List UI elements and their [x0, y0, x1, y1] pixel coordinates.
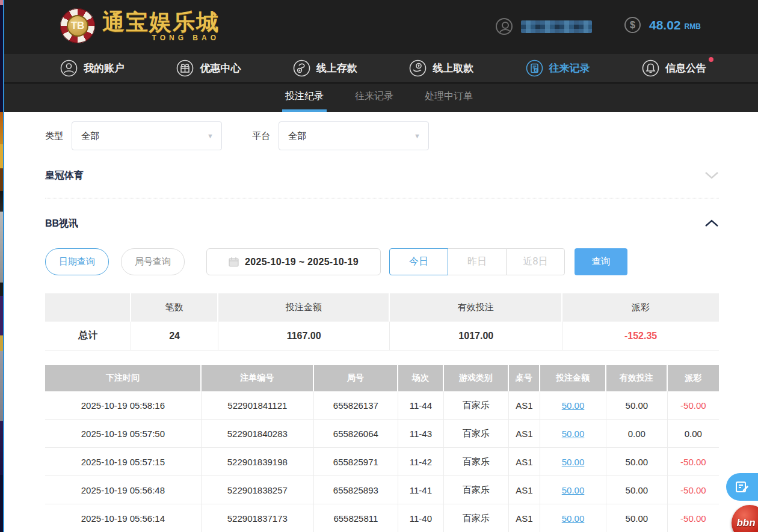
- nav-item-transaction-records[interactable]: 往来记录: [526, 60, 590, 77]
- nav-item-my-account[interactable]: 我的账户: [60, 60, 125, 77]
- order-number-cell: 522901841121: [202, 391, 314, 419]
- calendar-icon: [229, 257, 239, 267]
- records-header-table-number: 桌号: [509, 365, 541, 391]
- platform-select[interactable]: 全部 ▼: [279, 121, 429, 150]
- records-tbody: 2025-10-19 05:58:16522901841121655826137…: [45, 391, 719, 532]
- content-area: 类型 全部 ▼ 平台 全部 ▼ 皇冠体育 BB视讯 日期查询 局号查询 20: [0, 112, 758, 532]
- records-header-game-type: 游戏类别: [444, 365, 509, 391]
- balance-currency: RMB: [685, 22, 701, 31]
- site-logo[interactable]: TB 通宝娱乐城 TONG BAO: [60, 8, 220, 43]
- payout-cell: -50.00: [668, 448, 719, 475]
- session-cell: 11-44: [398, 391, 444, 419]
- tab-transaction-records[interactable]: 往来记录: [352, 84, 396, 112]
- records-table: 下注时间注单编号局号场次游戏类别桌号投注金额有效投注派彩 2025-10-19 …: [45, 365, 719, 532]
- bet-amount-link[interactable]: 50.00: [562, 485, 585, 495]
- platform-filter-label: 平台: [252, 130, 270, 142]
- balance-amount: 48.02: [649, 18, 681, 32]
- summary-total-row: 总计 24 1167.00 1017.00 -152.35: [45, 322, 719, 350]
- nav-item-announcements[interactable]: 信息公告: [642, 60, 706, 77]
- summary-count-value: 24: [131, 322, 218, 350]
- summary-header-blank: [45, 293, 131, 322]
- user-area[interactable]: [496, 18, 592, 35]
- date-query-button[interactable]: 日期查询: [45, 248, 109, 275]
- nav-item-deposit[interactable]: 线上存款: [293, 60, 357, 77]
- chevron-down-icon: ▼: [207, 132, 214, 139]
- section-crown-sports[interactable]: 皇冠体育: [45, 170, 719, 182]
- table-number-cell: AS1: [509, 476, 541, 504]
- valid-bet-cell: 0.00: [606, 420, 668, 447]
- summary-header-payout: 派彩: [562, 293, 719, 322]
- order-number-cell: 522901839198: [202, 448, 314, 475]
- summary-valid-bet-value: 1017.00: [390, 322, 562, 350]
- summary-header-count: 笔数: [131, 293, 218, 322]
- payout-cell: 0.00: [668, 420, 719, 447]
- chevron-down-icon[interactable]: [704, 171, 719, 182]
- payout-cell: -50.00: [668, 476, 719, 504]
- records-header-payout: 派彩: [668, 365, 719, 391]
- game-type-cell: 百家乐: [444, 420, 509, 447]
- records-header-row: 下注时间注单编号局号场次游戏类别桌号投注金额有效投注派彩: [45, 365, 719, 391]
- withdraw-icon: [409, 60, 427, 77]
- tab-bet-records[interactable]: 投注纪录: [282, 84, 327, 112]
- tab-pending-orders[interactable]: 处理中订单: [422, 84, 476, 112]
- records-header-valid-bet: 有效投注: [606, 365, 668, 391]
- records-icon: [526, 60, 543, 77]
- search-button[interactable]: 查询: [575, 248, 627, 275]
- section-title: BB视讯: [45, 218, 78, 230]
- records-header-order-number: 注单编号: [202, 365, 314, 391]
- bet-amount-cell: 50.00: [540, 391, 606, 419]
- nav-item-promotions[interactable]: 优惠中心: [176, 60, 241, 77]
- table-row: 2025-10-19 05:58:16522901841121655826137…: [45, 391, 719, 420]
- today-button[interactable]: 今日: [389, 248, 448, 275]
- summary-header-row: 笔数 投注金额 有效投注 派彩: [45, 293, 719, 322]
- game-type-cell: 百家乐: [444, 476, 509, 504]
- section-bb-live[interactable]: BB视讯: [45, 218, 719, 230]
- records-header-bet-amount: 投注金额: [540, 365, 606, 391]
- avatar-icon: [496, 18, 513, 35]
- order-number-cell: 522901840283: [202, 420, 314, 447]
- round-query-button[interactable]: 局号查询: [121, 248, 185, 275]
- table-number-cell: AS1: [509, 391, 541, 419]
- bet-time-cell: 2025-10-19 05:57:15: [45, 448, 202, 475]
- valid-bet-cell: 50.00: [606, 504, 668, 532]
- username-blurred: [521, 20, 592, 33]
- round-number-cell: 655825811: [314, 504, 398, 532]
- bet-amount-cell: 50.00: [540, 448, 606, 475]
- record-subtabs: 投注纪录 往来记录 处理中订单: [0, 82, 758, 112]
- round-number-cell: 655826064: [314, 420, 398, 447]
- section-title: 皇冠体育: [45, 170, 84, 182]
- session-cell: 11-42: [398, 448, 444, 475]
- bet-amount-link[interactable]: 50.00: [562, 429, 585, 439]
- query-controls: 日期查询 局号查询 2025-10-19 ~ 2025-10-19 今日 昨日 …: [45, 248, 719, 275]
- table-number-cell: AS1: [509, 448, 541, 475]
- feedback-button[interactable]: [726, 473, 758, 501]
- type-select[interactable]: 全部 ▼: [72, 121, 222, 150]
- user-icon: [60, 60, 78, 77]
- bet-time-cell: 2025-10-19 05:56:48: [45, 476, 202, 504]
- yesterday-button[interactable]: 昨日: [448, 248, 507, 275]
- round-number-cell: 655826137: [314, 391, 398, 419]
- table-row: 2025-10-19 05:57:15522901839198655825971…: [45, 448, 719, 476]
- round-number-cell: 655825893: [314, 476, 398, 504]
- site-title: 通宝娱乐城: [102, 10, 220, 33]
- site-subtitle: TONG BAO: [102, 34, 220, 42]
- bet-amount-link[interactable]: 50.00: [562, 513, 585, 524]
- records-header-session: 场次: [398, 365, 444, 391]
- bet-amount-link[interactable]: 50.00: [562, 400, 585, 411]
- last-8-days-button[interactable]: 近8日: [506, 248, 565, 275]
- balance-display[interactable]: $ 48.02 RMB: [624, 17, 701, 33]
- summary-total-label: 总计: [45, 322, 131, 350]
- valid-bet-cell: 50.00: [606, 476, 668, 504]
- main-nav: 我的账户 优惠中心 线上存款 线上取款 往来记录 信息公告: [0, 54, 758, 82]
- bet-amount-cell: 50.00: [540, 504, 606, 532]
- nav-item-withdraw[interactable]: 线上取款: [409, 60, 473, 77]
- records-header-bet-time: 下注时间: [45, 365, 202, 391]
- type-filter-label: 类型: [45, 130, 63, 142]
- poker-chip-icon: TB: [60, 8, 95, 43]
- valid-bet-cell: 50.00: [606, 448, 668, 475]
- bet-time-cell: 2025-10-19 05:56:14: [45, 504, 202, 532]
- table-row: 2025-10-19 05:57:50522901840283655826064…: [45, 420, 719, 448]
- date-range-input[interactable]: 2025-10-19 ~ 2025-10-19: [206, 248, 381, 275]
- bet-amount-link[interactable]: 50.00: [562, 457, 585, 467]
- chevron-up-icon[interactable]: [704, 219, 719, 230]
